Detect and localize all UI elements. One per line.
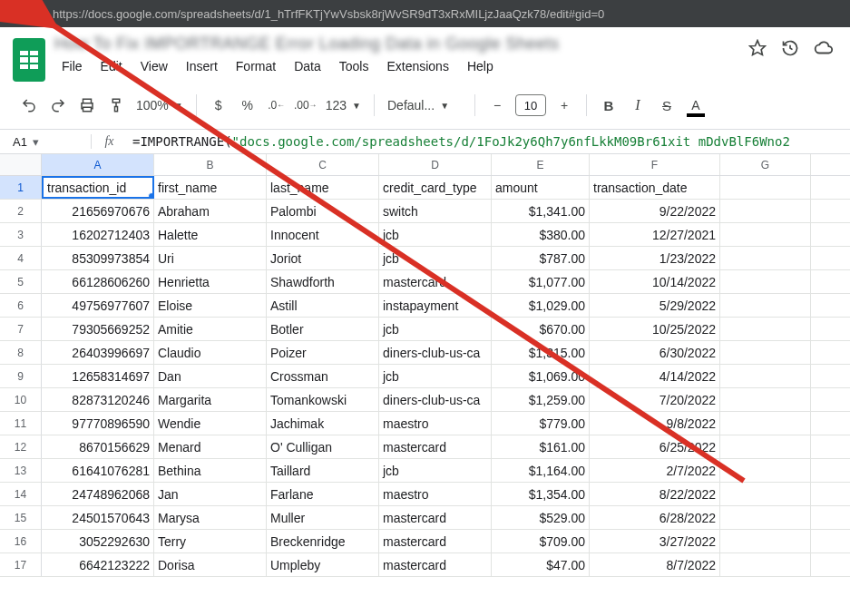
- cell[interactable]: maestro: [379, 483, 492, 505]
- cell[interactable]: [720, 459, 811, 482]
- cell[interactable]: $529.00: [492, 506, 590, 529]
- menu-view[interactable]: View: [133, 56, 175, 76]
- cell[interactable]: $161.00: [492, 435, 590, 458]
- cell[interactable]: Amitie: [154, 318, 267, 340]
- cell[interactable]: jcb: [379, 459, 492, 482]
- number-format-select[interactable]: 123▼: [322, 98, 365, 112]
- cell[interactable]: $779.00: [492, 412, 590, 435]
- cell[interactable]: diners-club-us-ca: [379, 341, 492, 364]
- cell[interactable]: 7/20/2022: [590, 388, 720, 411]
- row-header[interactable]: 7: [0, 318, 42, 340]
- cell[interactable]: 8/22/2022: [590, 483, 720, 505]
- cell[interactable]: 12658314697: [42, 365, 154, 387]
- cell[interactable]: 66128606260: [42, 270, 154, 293]
- row-header[interactable]: 17: [0, 553, 42, 576]
- cell[interactable]: Abraham: [154, 200, 267, 222]
- cell[interactable]: 6/25/2022: [590, 435, 720, 458]
- col-header-c[interactable]: C: [267, 154, 379, 175]
- cell[interactable]: $787.00: [492, 247, 590, 269]
- doc-title[interactable]: How To Fix IMPORTRANGE Error Loading Dat…: [54, 34, 739, 54]
- history-icon[interactable]: [781, 39, 799, 57]
- cell[interactable]: 10/14/2022: [590, 270, 720, 293]
- menu-format[interactable]: Format: [229, 56, 283, 76]
- row-header[interactable]: 2: [0, 200, 42, 222]
- italic-button[interactable]: I: [625, 92, 650, 119]
- cell[interactable]: jcb: [379, 365, 492, 387]
- menu-help[interactable]: Help: [460, 56, 501, 76]
- cell[interactable]: first_name: [154, 176, 267, 199]
- cell[interactable]: 3052292630: [42, 530, 154, 552]
- row-header[interactable]: 14: [0, 483, 42, 505]
- cell[interactable]: Jachimak: [267, 412, 379, 435]
- menu-extensions[interactable]: Extensions: [379, 56, 455, 76]
- cell[interactable]: $709.00: [492, 530, 590, 552]
- undo-button[interactable]: [16, 92, 42, 119]
- cell[interactable]: [720, 318, 811, 340]
- cell[interactable]: $1,315.00: [492, 341, 590, 364]
- cell[interactable]: [720, 176, 811, 199]
- menu-file[interactable]: File: [54, 56, 90, 76]
- cell[interactable]: Astill: [267, 294, 379, 317]
- font-size-decrease[interactable]: −: [484, 92, 510, 119]
- cell[interactable]: [720, 200, 811, 222]
- cell[interactable]: [720, 365, 811, 387]
- cell[interactable]: Claudio: [154, 341, 267, 364]
- row-header[interactable]: 9: [0, 365, 42, 387]
- cell[interactable]: [720, 412, 811, 435]
- row-header[interactable]: 4: [0, 247, 42, 269]
- cell[interactable]: maestro: [379, 412, 492, 435]
- cell[interactable]: Henrietta: [154, 270, 267, 293]
- cell[interactable]: 79305669252: [42, 318, 154, 340]
- cell[interactable]: mastercard: [379, 553, 492, 576]
- cell[interactable]: Jan: [154, 483, 267, 505]
- cell[interactable]: instapayment: [379, 294, 492, 317]
- cell[interactable]: [720, 435, 811, 458]
- cell[interactable]: Breckenridge: [267, 530, 379, 552]
- row-header[interactable]: 16: [0, 530, 42, 552]
- col-header-d[interactable]: D: [379, 154, 492, 175]
- cell[interactable]: 6/28/2022: [590, 506, 720, 529]
- cell[interactable]: 16202712403: [42, 223, 154, 246]
- cell[interactable]: amount: [492, 176, 590, 199]
- cell[interactable]: Dorisa: [154, 553, 267, 576]
- cell[interactable]: Halette: [154, 223, 267, 246]
- cell[interactable]: jcb: [379, 247, 492, 269]
- cell[interactable]: $1,259.00: [492, 388, 590, 411]
- cell[interactable]: 85309973854: [42, 247, 154, 269]
- menu-data[interactable]: Data: [287, 56, 328, 76]
- cell[interactable]: switch: [379, 200, 492, 222]
- cell[interactable]: Umpleby: [267, 553, 379, 576]
- decrease-decimal-button[interactable]: .0←: [264, 92, 289, 119]
- star-icon[interactable]: [748, 39, 767, 57]
- cell[interactable]: 9/8/2022: [590, 412, 720, 435]
- col-header-g[interactable]: G: [720, 154, 811, 175]
- currency-button[interactable]: $: [206, 92, 231, 119]
- cell[interactable]: 24748962068: [42, 483, 154, 505]
- cell[interactable]: diners-club-us-ca: [379, 388, 492, 411]
- cell[interactable]: Muller: [267, 506, 379, 529]
- row-header[interactable]: 6: [0, 294, 42, 317]
- bold-button[interactable]: B: [596, 92, 621, 119]
- cell[interactable]: O' Culligan: [267, 435, 379, 458]
- cell[interactable]: Dan: [154, 365, 267, 387]
- cell[interactable]: mastercard: [379, 506, 492, 529]
- cell[interactable]: 2/7/2022: [590, 459, 720, 482]
- cell[interactable]: transaction_date: [590, 176, 720, 199]
- cell[interactable]: Botler: [267, 318, 379, 340]
- row-header[interactable]: 11: [0, 412, 42, 435]
- cell[interactable]: Terry: [154, 530, 267, 552]
- cell[interactable]: Bethina: [154, 459, 267, 482]
- cell-a1[interactable]: transaction_id: [42, 176, 154, 199]
- cell[interactable]: Wendie: [154, 412, 267, 435]
- cell[interactable]: [720, 506, 811, 529]
- cell[interactable]: Joriot: [267, 247, 379, 269]
- reload-icon[interactable]: [7, 6, 22, 21]
- zoom-select[interactable]: 100%▼: [132, 98, 187, 112]
- cell[interactable]: 8/7/2022: [590, 553, 720, 576]
- row-header[interactable]: 15: [0, 506, 42, 529]
- cell[interactable]: Uri: [154, 247, 267, 269]
- cell[interactable]: Eloise: [154, 294, 267, 317]
- print-button[interactable]: [74, 92, 100, 119]
- select-all-corner[interactable]: [0, 154, 42, 175]
- cell[interactable]: [720, 247, 811, 269]
